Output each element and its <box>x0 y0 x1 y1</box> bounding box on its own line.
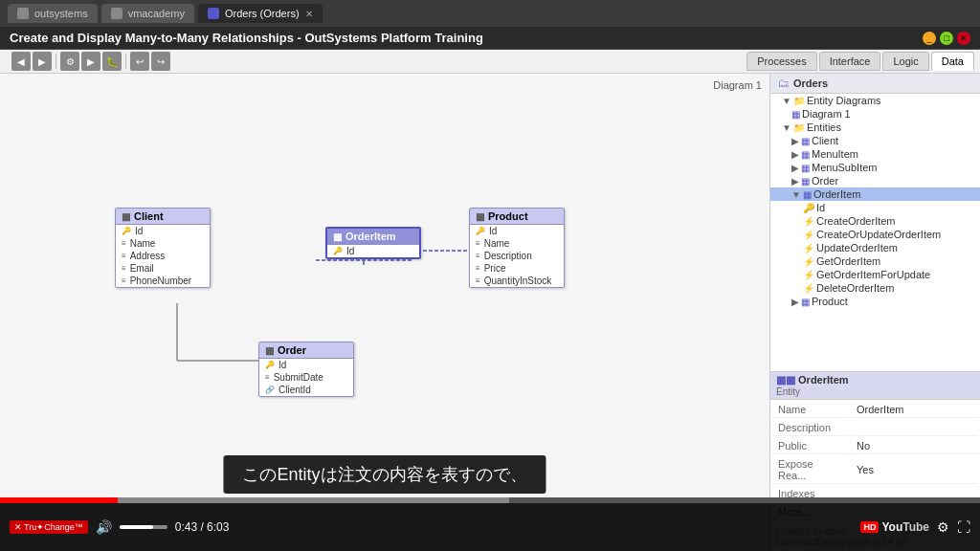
tab-logic[interactable]: Logic <box>882 52 928 71</box>
window-controls: _ □ ✕ <box>923 32 970 45</box>
tab-close-orders[interactable]: ✕ <box>305 9 313 19</box>
window-maximize[interactable]: □ <box>940 32 953 45</box>
tree-view[interactable]: ▼ 📁 Entity Diagrams ▦ Diagram 1 ▼ 📁 Enti… <box>770 94 980 371</box>
tree-item-createorderitem[interactable]: ⚡ CreateOrderItem <box>770 214 980 228</box>
right-panel-header: 🗂 Orders <box>770 74 980 94</box>
volume-filled <box>120 525 153 529</box>
expand-icon5: ▶ <box>791 163 799 173</box>
tree-item-product[interactable]: ▶ ▦ Product <box>770 295 980 308</box>
entity-order-header: ▦ Order <box>259 342 353 359</box>
action-icon3: ⚡ <box>803 243 814 253</box>
tree-label: UpdateOrderItem <box>816 242 898 253</box>
tree-item-entity-diagrams[interactable]: ▼ 📁 Entity Diagrams <box>770 94 980 107</box>
field-icon: 🔑 <box>803 203 814 213</box>
tab-interface[interactable]: Interface <box>819 52 881 71</box>
tab-data[interactable]: Data <box>931 52 974 71</box>
volume-icon[interactable]: 🔊 <box>96 519 112 535</box>
field-product-name: ≡Name <box>470 237 564 250</box>
entity-order[interactable]: ▦ Order 🔑Id ≡SubmitDate 🔗ClientId <box>258 342 354 397</box>
tree-item-deleteorderitem[interactable]: ⚡ DeleteOrderItem <box>770 281 980 295</box>
expand-icon6: ▶ <box>791 176 799 187</box>
canvas-area[interactable]: Diagram 1 ▦ Client <box>0 74 769 551</box>
tab-icon-orders <box>208 8 219 19</box>
forward-icon[interactable]: ▶ <box>33 52 52 71</box>
truechange-button[interactable]: ✕ Tru✦Change™ <box>10 520 88 534</box>
field-order-clientid: 🔗ClientId <box>259 384 353 396</box>
props-header: ▦▦ OrderItem Entity <box>770 372 980 400</box>
run-icon[interactable]: ▶ <box>81 52 100 71</box>
settings-icon[interactable]: ⚙ <box>60 52 79 71</box>
prop-name: Name OrderItem <box>772 402 978 418</box>
toolbar-divider <box>56 54 56 69</box>
field-product-qty: ≡QuantityInStock <box>470 275 564 287</box>
action-icon2: ⚡ <box>803 230 814 240</box>
props-entity-subtype: Entity <box>776 386 974 397</box>
debug-icon[interactable]: 🐛 <box>102 52 122 71</box>
expand-icon4: ▶ <box>791 149 799 160</box>
tab-processes[interactable]: Processes <box>746 52 816 71</box>
tree-item-menusubitem[interactable]: ▶ ▦ MenuSubItem <box>770 161 980 174</box>
expand-icon8: ▶ <box>791 297 799 307</box>
entity-orderitem[interactable]: ▦ OrderItem 🔑Id <box>325 227 421 259</box>
prop-public: Public No <box>772 438 978 454</box>
entity-icon3: ▦ <box>801 163 810 173</box>
volume-bar[interactable] <box>120 525 167 529</box>
tab-vmacademy[interactable]: vmacademy <box>101 4 194 23</box>
entity-icon2: ▦ <box>801 149 810 160</box>
browser-chrome: outsystems vmacademy Orders (Orders) ✕ <box>0 0 980 27</box>
field-client-name: ≡Name <box>116 237 210 250</box>
prop-key-name: Name <box>772 402 849 418</box>
tree-item-updateorderitem[interactable]: ⚡ UpdateOrderItem <box>770 241 980 254</box>
tree-item-orderitem-id[interactable]: 🔑 Id <box>770 201 980 214</box>
tree-item-getorderitem[interactable]: ⚡ GetOrderItem <box>770 254 980 268</box>
prop-key-desc: Description <box>772 420 849 436</box>
fullscreen-icon[interactable]: ⛶ <box>957 519 970 535</box>
tree-label: DeleteOrderItem <box>816 282 894 294</box>
redo-icon[interactable]: ↪ <box>151 52 170 71</box>
tab-outsystems[interactable]: outsystems <box>8 4 98 23</box>
prop-expose: Expose Rea... Yes <box>772 456 978 484</box>
window-minimize[interactable]: _ <box>923 32 936 45</box>
right-panel: 🗂 Orders ▼ 📁 Entity Diagrams ▦ Diagram 1 <box>769 74 980 551</box>
tree-item-createorupdate[interactable]: ⚡ CreateOrUpdateOrderItem <box>770 228 980 241</box>
prop-val-expose: Yes <box>851 456 978 484</box>
action-icon6: ⚡ <box>803 283 814 294</box>
tab-icon-outsystems <box>17 8 29 19</box>
tab-label-orders: Orders (Orders) <box>225 8 300 19</box>
tab-orders[interactable]: Orders (Orders) ✕ <box>198 4 323 23</box>
field-client-id: 🔑Id <box>116 225 210 237</box>
window-close[interactable]: ✕ <box>957 32 970 45</box>
progress-bar[interactable] <box>0 497 980 503</box>
settings-control-icon[interactable]: ⚙ <box>937 519 949 535</box>
tree-item-order[interactable]: ▶ ▦ Order <box>770 174 980 187</box>
tab-icon-vmacademy <box>111 8 122 19</box>
entity-icon4: ▦ <box>801 176 810 187</box>
field-client-email: ≡Email <box>116 262 210 275</box>
video-controls[interactable]: ✕ Tru✦Change™ 🔊 0:43 / 6:03 HD YouTube ⚙… <box>0 497 980 551</box>
tree-item-entities[interactable]: ▼ 📁 Entities <box>770 121 980 134</box>
title-bar: Create and Display Many-to-Many Relation… <box>0 27 980 50</box>
tree-label: CreateOrUpdateOrderItem <box>816 229 941 240</box>
entity-product-header: ▦ Product <box>470 209 564 225</box>
time-display: 0:43 / 6:03 <box>175 520 230 534</box>
tree-item-menuitem[interactable]: ▶ ▦ MenuItem <box>770 147 980 161</box>
field-orderitem-id: 🔑Id <box>327 245 419 257</box>
entity-product-name: Product <box>488 210 528 222</box>
tree-item-diagram1[interactable]: ▦ Diagram 1 <box>770 107 980 121</box>
prop-key-expose: Expose Rea... <box>772 456 849 484</box>
diagram-label: Diagram 1 <box>713 79 762 91</box>
entity-client[interactable]: ▦ Client 🔑Id ≡Name ≡Address ≡Email ≡Phon… <box>115 208 211 288</box>
folder-icon: 📁 <box>793 96 805 106</box>
entity-client-header: ▦ Client <box>116 209 210 225</box>
tree-item-getorderitemforupdate[interactable]: ⚡ GetOrderItemForUpdate <box>770 268 980 281</box>
expand-icon3: ▶ <box>791 136 799 146</box>
tree-label: Client <box>812 135 838 146</box>
prop-description: Description <box>772 420 978 436</box>
entity-product[interactable]: ▦ Product 🔑Id ≡Name ≡Description ≡Price … <box>469 208 565 288</box>
back-icon[interactable]: ◀ <box>11 52 31 71</box>
entity-order-name: Order <box>278 344 306 356</box>
undo-icon[interactable]: ↩ <box>130 52 149 71</box>
field-product-price: ≡Price <box>470 262 564 275</box>
tree-item-client[interactable]: ▶ ▦ Client <box>770 134 980 147</box>
tree-item-orderitem[interactable]: ▼ ▦ OrderItem <box>770 187 980 201</box>
